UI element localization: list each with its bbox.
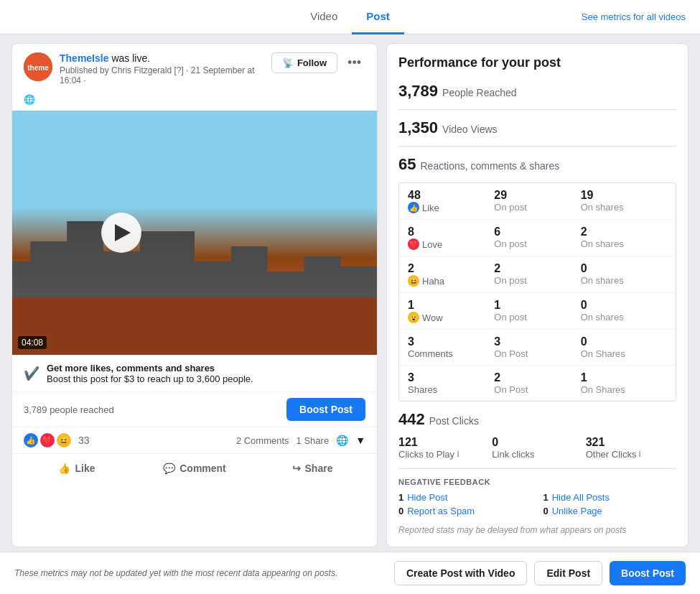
wow-cell: 1 😮 Wow bbox=[408, 299, 494, 323]
boost-post-button[interactable]: Boost Post bbox=[286, 398, 365, 421]
link-clicks-num: 0 bbox=[492, 436, 582, 449]
comment-btn-icon: 💬 bbox=[163, 463, 175, 474]
hide-all-item: 1 Hide All Posts bbox=[543, 492, 677, 503]
wow-row: 1 😮 Wow 1 On post 0 On shares bbox=[399, 293, 676, 330]
boost-description[interactable]: Boost this post for $3 to reach up to 3,… bbox=[47, 373, 253, 384]
clicks-to-play-cell: 121 Clicks to Play ℹ bbox=[398, 436, 489, 460]
stats-note: Reported stats may be delayed from what … bbox=[398, 525, 676, 535]
spam-item: 0 Report as Spam bbox=[398, 506, 532, 516]
post-header-right: 📡 Follow ••• bbox=[271, 52, 365, 73]
comments-label: Comments bbox=[408, 348, 494, 359]
post-stats-row: 3,789 people reached Boost Post bbox=[12, 391, 377, 427]
unlike-num: 0 bbox=[543, 506, 549, 516]
check-icon: ✔️ bbox=[24, 366, 39, 381]
bottom-bar: These metrics may not be updated yet wit… bbox=[0, 552, 700, 556]
reaction-icons: 👍 ❤️ 😆 bbox=[24, 433, 71, 447]
haha-on-shares-cell: 0 On shares bbox=[581, 262, 667, 287]
post-meta: ThemeIsle was live. Published by Chris F… bbox=[60, 52, 264, 85]
haha-on-post-label: On post bbox=[494, 275, 580, 286]
like-on-post-cell: 29 On post bbox=[494, 189, 580, 213]
wow-on-post-label: On post bbox=[494, 312, 580, 322]
haha-on-shares-label: On shares bbox=[581, 275, 667, 286]
wow-icon: 😮 bbox=[408, 312, 419, 323]
shares-num: 3 bbox=[408, 371, 494, 384]
video-container[interactable]: 04:08 bbox=[12, 111, 377, 355]
post-panel: theme ThemeIsle was live. Published by C… bbox=[11, 43, 378, 547]
unlike-label[interactable]: Unlike Page bbox=[552, 506, 602, 516]
love-num: 8 bbox=[408, 226, 494, 238]
like-label: 👍 Like bbox=[408, 202, 494, 213]
follow-button[interactable]: 📡 Follow bbox=[271, 52, 337, 73]
comments-row: 3 Comments 3 On Post 0 On Shares bbox=[399, 330, 676, 366]
like-button[interactable]: 👍 Like bbox=[18, 457, 136, 480]
boost-text: Get more likes, comments and shares Boos… bbox=[47, 363, 253, 384]
love-on-shares-num: 2 bbox=[581, 226, 667, 238]
haha-on-shares-num: 0 bbox=[581, 262, 667, 275]
wow-on-post-num: 1 bbox=[494, 299, 580, 312]
like-on-shares-label: On shares bbox=[581, 202, 667, 213]
haha-reaction-icon: 😆 bbox=[57, 433, 71, 447]
play-button[interactable] bbox=[101, 213, 141, 253]
other-clicks-label: Other Clicks ℹ bbox=[586, 449, 676, 460]
love-icon: ❤️ bbox=[408, 238, 419, 250]
love-on-post-label: On post bbox=[494, 238, 580, 249]
reactions-num: 65 bbox=[398, 155, 416, 174]
shares-label: Shares bbox=[408, 384, 494, 395]
love-on-post-num: 6 bbox=[494, 226, 580, 238]
tab-video[interactable]: Video bbox=[296, 0, 352, 34]
performance-panel: Performance for your post 3,789 People R… bbox=[386, 43, 689, 547]
dropdown-icon[interactable]: ▼ bbox=[355, 435, 365, 446]
video-views-num: 1,350 bbox=[398, 119, 438, 137]
video-views-label: Video Views bbox=[442, 124, 498, 135]
post-clicks-num: 442 bbox=[398, 410, 425, 429]
see-metrics-link[interactable]: See metrics for all videos bbox=[582, 11, 686, 22]
info-icon-clicks: ℹ bbox=[457, 450, 459, 459]
share-button[interactable]: ↪ Share bbox=[253, 457, 371, 480]
like-btn-icon: 👍 bbox=[58, 463, 70, 474]
hide-all-label[interactable]: Hide All Posts bbox=[552, 492, 610, 503]
share-btn-icon: ↪ bbox=[292, 463, 301, 474]
comment-share-row: 2 Comments 1 Share 🌐 ▼ bbox=[236, 435, 365, 446]
tab-post[interactable]: Post bbox=[352, 0, 404, 34]
hide-post-label[interactable]: Hide Post bbox=[407, 492, 447, 503]
reactions-label: Reactions, comments & shares bbox=[420, 160, 559, 172]
wow-on-shares-num: 0 bbox=[581, 299, 667, 312]
more-button[interactable]: ••• bbox=[343, 52, 365, 73]
link-clicks-cell: 0 Link clicks bbox=[492, 436, 582, 460]
post-subtitle: Published by Chris Fitzgerald [?] · 21 S… bbox=[60, 65, 264, 85]
boost-banner: ✔️ Get more likes, comments and shares B… bbox=[12, 355, 377, 391]
shares-on-shares-label: On Shares bbox=[581, 384, 667, 395]
love-row: 8 ❤️ Love 6 On post 2 On shares bbox=[399, 220, 676, 256]
info-icon-other: ℹ bbox=[638, 450, 641, 459]
spam-label[interactable]: Report as Spam bbox=[407, 506, 475, 516]
like-num: 48 bbox=[408, 189, 494, 202]
like-on-shares-cell: 19 On shares bbox=[581, 189, 667, 213]
post-author-suffix: was live. bbox=[111, 52, 150, 64]
haha-label: 😆 Haha bbox=[408, 275, 494, 287]
avatar: theme bbox=[24, 52, 52, 81]
negative-grid: 1 Hide Post 1 Hide All Posts 0 Report as… bbox=[398, 492, 676, 516]
video-views-stat: 1,350 Video Views bbox=[398, 119, 676, 137]
post-author-name[interactable]: ThemeIsle bbox=[60, 52, 108, 64]
play-icon bbox=[115, 224, 131, 241]
video-duration: 04:08 bbox=[18, 336, 47, 349]
reactions-breakdown: 48 👍 Like 29 On post 19 On shares bbox=[398, 182, 676, 402]
comment-btn-label: Comment bbox=[179, 463, 226, 474]
wow-on-post-cell: 1 On post bbox=[494, 299, 580, 323]
haha-icon: 😆 bbox=[408, 275, 419, 287]
video-thumbnail bbox=[12, 111, 377, 355]
comments-count: 2 Comments bbox=[236, 435, 289, 446]
main-layout: theme ThemeIsle was live. Published by C… bbox=[0, 34, 700, 556]
divider-2 bbox=[398, 146, 676, 147]
shares-on-shares-cell: 1 On Shares bbox=[581, 371, 667, 395]
like-on-post-label: On post bbox=[494, 202, 580, 213]
haha-num: 2 bbox=[408, 262, 494, 275]
comments-on-post-cell: 3 On Post bbox=[494, 335, 580, 359]
love-on-post-cell: 6 On post bbox=[494, 226, 580, 250]
comment-button[interactable]: 💬 Comment bbox=[136, 457, 253, 480]
post-author-line: ThemeIsle was live. bbox=[60, 52, 264, 64]
people-reached-label: People Reached bbox=[442, 87, 517, 98]
wow-on-shares-cell: 0 On shares bbox=[581, 299, 667, 323]
svg-text:theme: theme bbox=[27, 64, 49, 72]
hide-post-num: 1 bbox=[398, 492, 403, 503]
